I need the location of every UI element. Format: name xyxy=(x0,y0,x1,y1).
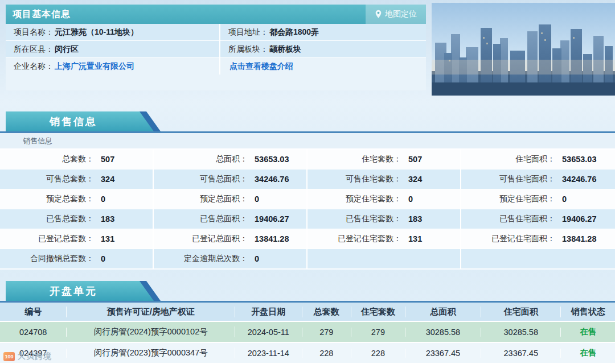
sales-label: 可售住宅套数： xyxy=(308,174,401,184)
sales-cell: 已售住宅面积：19406.27 xyxy=(461,209,615,229)
sales-cell: 已登记总套数：131 xyxy=(0,229,154,249)
sales-cell: 总面积：53653.03 xyxy=(154,150,308,169)
sales-label: 已售总面积： xyxy=(154,214,248,224)
sales-value: 13841.28 xyxy=(255,234,289,243)
sales-label: 总套数： xyxy=(0,154,94,164)
sales-value: 13841.28 xyxy=(562,234,596,243)
sales-cell: 可售总套数：324 xyxy=(0,169,154,189)
watermark-text: 大贝跨境 xyxy=(18,351,52,362)
sales-info-body: 销售信息 总套数：507 总面积：53653.03 住宅套数：507 住宅面积：… xyxy=(0,133,615,270)
sales-cell: 已售总面积：19406.27 xyxy=(154,209,308,229)
sales-value: 34246.76 xyxy=(255,175,289,184)
sales-info-section-header: 销售信息 xyxy=(0,111,615,133)
sales-value: 324 xyxy=(101,175,114,184)
sales-value: 0 xyxy=(255,195,259,204)
table-row[interactable]: 024397 闵行房管(2023)预字0000347号 2023-11-14 2… xyxy=(0,343,615,364)
sales-row-registered: 已登记总套数：131 已登记总面积：13841.28 已登记住宅套数：131 已… xyxy=(0,229,615,249)
sales-label: 预定总套数： xyxy=(0,194,94,204)
sales-value: 507 xyxy=(101,155,114,164)
sales-value: 324 xyxy=(408,175,422,184)
table-row[interactable]: 024708 闵行房管(2024)预字0000102号 2024-05-11 2… xyxy=(0,322,615,343)
sales-label: 住宅套数： xyxy=(308,154,401,164)
unit-total-units: 228 xyxy=(302,349,352,358)
sales-value: 53653.03 xyxy=(255,155,289,164)
unit-residential-units: 228 xyxy=(351,349,405,358)
company-link[interactable]: 上海广沅置业有限公司 xyxy=(55,61,134,72)
sales-value: 19406.27 xyxy=(255,214,289,224)
sales-value: 131 xyxy=(101,234,114,243)
sales-row-sold: 已售总套数：183 已售总面积：19406.27 已售住宅套数：183 已售住宅… xyxy=(0,209,615,229)
project-name-cell: 项目名称： 元江雅苑（10-11地块） xyxy=(6,24,220,40)
sales-info-sublabel: 销售信息 xyxy=(0,133,615,150)
sales-cell: 已登记住宅套数：131 xyxy=(308,229,461,249)
sales-cell: 已登记总面积：13841.28 xyxy=(154,229,308,249)
opening-units-section-header: 开盘单元 xyxy=(0,281,615,303)
sales-label: 已售总套数： xyxy=(0,214,94,224)
unit-sales-status: 在售 xyxy=(561,348,615,358)
sales-cell: 住宅面积：53653.03 xyxy=(461,150,615,169)
unit-residential-area: 23367.45 xyxy=(481,349,561,358)
map-locate-label: 地图定位 xyxy=(385,9,417,19)
project-row-1: 项目名称： 元江雅苑（10-11地块） 项目地址： 都会路1800弄 xyxy=(6,24,426,41)
sales-cell: 已登记住宅面积：13841.28 xyxy=(461,229,615,249)
sales-value: 183 xyxy=(101,214,114,224)
project-info-header: 项目基本信息 地图定位 xyxy=(6,5,426,24)
sales-label: 合同撤销总套数： xyxy=(0,254,94,264)
sales-cell: 预定住宅套数：0 xyxy=(308,189,461,209)
sales-label: 定金逾期总次数： xyxy=(154,254,248,264)
unit-total-area: 23367.45 xyxy=(405,349,481,358)
sales-cell: 可售住宅面积：34246.76 xyxy=(461,169,615,189)
sales-label: 可售住宅面积： xyxy=(461,174,555,184)
unit-open-date: 2023-11-14 xyxy=(235,349,302,358)
sales-label: 已售住宅套数： xyxy=(308,214,401,224)
sales-value: 507 xyxy=(408,155,422,164)
sales-cell: 可售总面积：34246.76 xyxy=(154,169,308,189)
col-header-license: 预售许可证/房地产权证 xyxy=(67,307,235,317)
watermark-logo-icon: 100 xyxy=(3,352,15,361)
sales-label: 可售总套数： xyxy=(0,174,94,184)
col-header-total-area: 总面积 xyxy=(405,307,481,317)
sales-cell: 预定住宅面积：0 xyxy=(461,189,615,209)
sales-label: 可售总面积： xyxy=(154,174,248,184)
project-name-label: 项目名称： xyxy=(14,27,54,38)
sales-cell: 总套数：507 xyxy=(0,150,154,169)
unit-license: 闵行房管(2023)预字0000347号 xyxy=(67,348,235,358)
unit-license: 闵行房管(2024)预字0000102号 xyxy=(67,326,235,337)
col-header-number: 编号 xyxy=(0,307,67,317)
unit-open-date: 2024-05-11 xyxy=(235,328,302,337)
map-locate-button[interactable]: 地图定位 xyxy=(366,5,426,24)
sales-label: 预定住宅套数： xyxy=(308,194,401,204)
sales-label: 预定住宅面积： xyxy=(461,194,555,204)
sales-info-banner-title: 销售信息 xyxy=(50,115,110,129)
board-value: 颛桥板块 xyxy=(269,44,301,55)
board-cell: 所属板块： 颛桥板块 xyxy=(220,41,426,57)
sales-value: 0 xyxy=(255,254,259,263)
project-address-label: 项目地址： xyxy=(228,27,268,38)
building-intro-link[interactable]: 点击查看楼盘介绍 xyxy=(229,61,293,72)
sales-value: 53653.03 xyxy=(562,155,596,164)
project-address-cell: 项目地址： 都会路1800弄 xyxy=(220,24,426,40)
sales-row-reserved: 预定总套数：0 预定总面积：0 预定住宅套数：0 预定住宅面积：0 xyxy=(0,189,615,209)
opening-units-banner-title: 开盘单元 xyxy=(50,284,110,298)
sales-value: 34246.76 xyxy=(562,175,596,184)
property-info-page: 项目基本信息 地图定位 项目名称： 元江雅苑（10-11地块） 项目地址： 都会… xyxy=(0,0,615,364)
sales-row-cancelled: 合同撤销总套数：0 定金逾期总次数：0 xyxy=(0,249,615,269)
col-header-residential-units: 住宅套数 xyxy=(351,307,405,317)
sales-label: 已售住宅面积： xyxy=(461,214,555,224)
project-photo-image xyxy=(432,3,615,96)
sales-label: 已登记住宅面积： xyxy=(461,234,555,244)
sales-info-banner: 销售信息 xyxy=(6,111,161,131)
company-cell: 企业名称： 上海广沅置业有限公司 xyxy=(6,58,220,75)
sales-label: 总面积： xyxy=(154,154,248,164)
sales-label: 已登记总套数： xyxy=(0,234,94,244)
project-name-value: 元江雅苑（10-11地块） xyxy=(55,27,138,38)
banner-main-shape: 开盘单元 xyxy=(6,281,154,301)
sales-row-available: 可售总套数：324 可售总面积：34246.76 可售住宅套数：324 可售住宅… xyxy=(0,169,615,189)
watermark: 100 大贝跨境 xyxy=(3,351,52,362)
sales-value: 0 xyxy=(562,195,567,204)
project-row-2: 所在区县： 闵行区 所属板块： 颛桥板块 xyxy=(6,41,426,58)
map-pin-icon xyxy=(375,10,382,19)
unit-total-area: 30285.58 xyxy=(405,328,481,337)
intro-cell: 点击查看楼盘介绍 xyxy=(220,58,426,75)
sales-cell xyxy=(308,249,461,268)
